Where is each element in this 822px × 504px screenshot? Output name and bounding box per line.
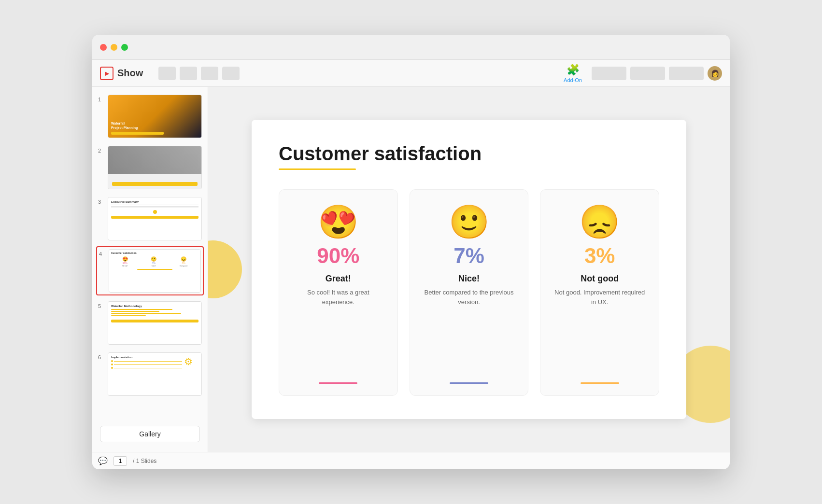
slide-content: Customer satisfaction 😍 90% Great! So co… — [252, 120, 686, 419]
sat-emoji-notgood: 😞 — [579, 205, 620, 238]
slide-preview-3: Executive Summary — [108, 197, 202, 240]
gallery-button[interactable]: Gallery — [100, 426, 200, 442]
browser-window: ▶ Show 🧩 Add-On 👩 1 — [92, 35, 730, 469]
satisfaction-cards: 😍 90% Great! So cool! It was a great exp… — [279, 189, 659, 396]
sat-label-nice: Nice! — [458, 274, 480, 284]
slide-preview-4: Customer satisfaction 😍 90% Great! 🙂 7% … — [109, 249, 201, 293]
page-number-input[interactable]: 1 — [113, 456, 127, 466]
sat-pct-notgood: 3% — [584, 244, 615, 268]
sat-label-notgood: Not good — [581, 274, 619, 284]
sat-bar-notgood — [581, 382, 619, 384]
user-avatar[interactable]: 👩 — [708, 66, 722, 81]
traffic-lights — [100, 44, 128, 51]
toolbar-right-btn-2[interactable] — [630, 67, 665, 80]
sat-desc-great: So cool! It was a great experience. — [291, 288, 386, 373]
toolbar: ▶ Show 🧩 Add-On 👩 — [92, 60, 730, 87]
sat-bar-great — [319, 382, 357, 384]
addon-label: Add-On — [564, 77, 582, 83]
sat-desc-nice: Better compared to the previous version. — [422, 288, 517, 373]
addon-icon: 🧩 — [567, 64, 580, 76]
toolbar-btn-3[interactable] — [201, 67, 218, 80]
app-logo-icon: ▶ — [100, 67, 113, 80]
sat-desc-notgood: Not good. Improvement required in UX. — [552, 288, 647, 373]
maximize-button[interactable] — [121, 44, 128, 51]
title-bar — [92, 35, 730, 60]
toolbar-btn-2[interactable] — [180, 67, 197, 80]
slide-thumb-1[interactable]: 1 WaterfallProject Planning — [96, 93, 204, 140]
slide-thumb-6[interactable]: 6 Implementation ⚙ — [96, 350, 204, 398]
sat-card-great: 😍 90% Great! So cool! It was a great exp… — [279, 189, 398, 396]
main-area: 1 WaterfallProject Planning 2 — [92, 87, 730, 452]
addon-button[interactable]: 🧩 Add-On — [558, 62, 588, 85]
content-area: Customer satisfaction 😍 90% Great! So co… — [208, 87, 730, 452]
sat-card-notgood: 😞 3% Not good Not good. Improvement requ… — [540, 189, 659, 396]
slide-thumb-5[interactable]: 5 Waterfall Methodology — [96, 299, 204, 347]
sat-emoji-nice: 🙂 — [449, 205, 490, 238]
slide-preview-1: WaterfallProject Planning — [108, 95, 202, 138]
bottom-bar: 💬 1 / 1 Slides — [92, 452, 730, 469]
sat-card-nice: 🙂 7% Nice! Better compared to the previo… — [410, 189, 529, 396]
app-logo: ▶ Show — [100, 67, 143, 80]
slide-preview-5: Waterfall Methodology — [108, 301, 202, 345]
toolbar-right: 👩 — [592, 66, 722, 81]
slide-num-6: 6 — [98, 354, 104, 360]
slide-preview-2 — [108, 146, 202, 189]
slide-preview-6: Implementation ⚙ — [108, 352, 202, 396]
slide-thumb-2[interactable]: 2 — [96, 144, 204, 191]
slide-thumb-4[interactable]: 4 Customer satisfaction 😍 90% Great! 🙂 — [96, 246, 204, 295]
toolbar-btn-1[interactable] — [158, 67, 176, 80]
close-button[interactable] — [100, 44, 107, 51]
slide-num-2: 2 — [98, 148, 104, 154]
slide-thumb-3[interactable]: 3 Executive Summary — [96, 195, 204, 242]
slide-panel: 1 WaterfallProject Planning 2 — [92, 87, 208, 452]
toolbar-right-btn-1[interactable] — [592, 67, 626, 80]
sat-pct-nice: 7% — [454, 244, 484, 268]
comment-icon[interactable]: 💬 — [98, 456, 108, 465]
slide-num-4: 4 — [99, 251, 105, 257]
toolbar-btn-4[interactable] — [222, 67, 240, 80]
toolbar-right-btn-3[interactable] — [669, 67, 704, 80]
slide-num-1: 1 — [98, 97, 104, 102]
slide-title-underline — [279, 168, 356, 170]
sat-pct-great: 90% — [317, 244, 359, 268]
app-title: Show — [117, 68, 143, 79]
minimize-button[interactable] — [111, 44, 117, 51]
sat-label-great: Great! — [326, 274, 351, 284]
sat-bar-nice — [450, 382, 488, 384]
slide-num-5: 5 — [98, 303, 104, 309]
slide-title: Customer satisfaction — [279, 143, 659, 165]
slide-num-3: 3 — [98, 199, 104, 205]
deco-circle-left — [208, 240, 242, 298]
page-total: / 1 Slides — [133, 458, 156, 464]
sat-emoji-great: 😍 — [318, 205, 359, 238]
